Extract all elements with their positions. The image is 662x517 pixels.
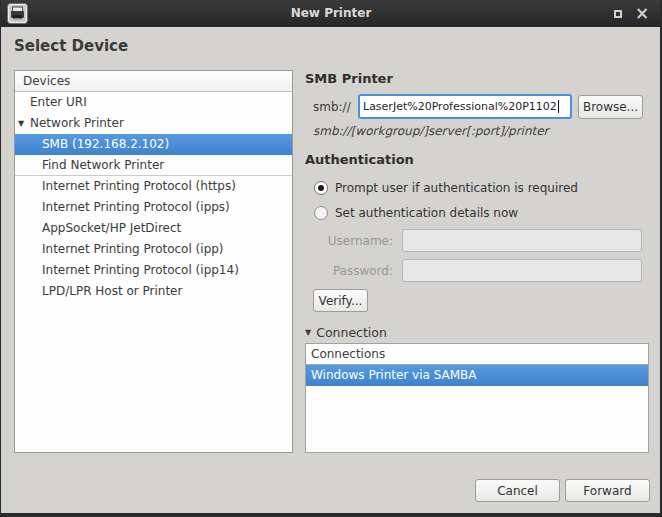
device-item-label: Internet Printing Protocol (ipps): [42, 197, 230, 218]
smb-uri-input[interactable]: LaserJet%20Professional%20P1102: [358, 94, 572, 119]
text-caret: [558, 100, 559, 113]
connections-column-header[interactable]: Connections: [306, 344, 648, 365]
device-item-ipp-ipps[interactable]: Internet Printing Protocol (ipps): [15, 197, 292, 218]
device-item-ipp14[interactable]: Internet Printing Protocol (ipp14): [15, 260, 292, 281]
radio-icon[interactable]: [314, 181, 328, 195]
device-item-label: Internet Printing Protocol (ipp14): [42, 260, 239, 281]
device-item-label: Internet Printing Protocol (ipp): [42, 239, 224, 260]
authentication-heading: Authentication: [305, 152, 414, 167]
radio-set-authentication[interactable]: Set authentication details now: [314, 205, 518, 221]
radio-label: Prompt user if authentication is require…: [335, 181, 578, 195]
connections-list: Connections Windows Printer via SAMBA: [305, 343, 649, 453]
password-input[interactable]: [402, 259, 642, 282]
password-label: Password:: [300, 264, 393, 278]
radio-prompt-authentication[interactable]: Prompt user if authentication is require…: [314, 180, 578, 196]
new-printer-dialog: New Printer × Select Device Devices Ente…: [0, 0, 662, 517]
close-icon: ×: [635, 0, 649, 27]
device-item-label: Find Network Printer: [42, 155, 164, 176]
device-item-network-printer[interactable]: ▼ Network Printer: [15, 113, 292, 134]
device-item-lpd[interactable]: LPD/LPR Host or Printer: [15, 281, 292, 302]
maximize-button[interactable]: [606, 0, 630, 27]
window-title: New Printer: [0, 0, 662, 27]
device-item-enter-uri[interactable]: Enter URI: [15, 92, 292, 113]
connection-expander[interactable]: ▼ Connection: [305, 325, 387, 340]
smb-uri-hint: smb://[workgroup/]server[:port]/printer: [313, 124, 549, 138]
device-item-label: Network Printer: [30, 113, 124, 134]
smb-printer-heading: SMB Printer: [305, 71, 393, 86]
page-title: Select Device: [14, 37, 128, 55]
device-item-label: Enter URI: [30, 92, 87, 113]
radio-icon[interactable]: [314, 206, 328, 220]
browse-button[interactable]: Browse...: [578, 95, 643, 119]
username-label: Username:: [300, 234, 393, 248]
device-item-ipp-https[interactable]: Internet Printing Protocol (https): [15, 176, 292, 197]
verify-button[interactable]: Verify...: [313, 289, 368, 312]
smb-scheme-label: smb://: [313, 100, 351, 114]
expander-down-icon: ▼: [305, 328, 311, 337]
device-item-appsocket[interactable]: AppSocket/HP JetDirect: [15, 218, 292, 239]
smb-uri-value: LaserJet%20Professional%20P1102: [363, 100, 557, 113]
connection-item-label: Windows Printer via SAMBA: [311, 365, 477, 386]
expander-down-icon[interactable]: ▼: [18, 113, 30, 134]
device-item-label: Internet Printing Protocol (https): [42, 176, 236, 197]
devices-column-header[interactable]: Devices: [15, 71, 292, 92]
device-item-find-network-printer[interactable]: Find Network Printer: [15, 155, 292, 176]
forward-button[interactable]: Forward: [565, 479, 650, 502]
maximize-icon: [614, 10, 622, 18]
device-item-label: SMB (192.168.2.102): [42, 134, 169, 155]
device-item-ipp[interactable]: Internet Printing Protocol (ipp): [15, 239, 292, 260]
radio-label: Set authentication details now: [335, 206, 518, 220]
devices-list: Devices Enter URI ▼ Network Printer SMB …: [14, 70, 293, 453]
device-item-smb[interactable]: SMB (192.168.2.102): [15, 134, 292, 155]
connection-expander-label: Connection: [316, 325, 387, 340]
device-item-label: LPD/LPR Host or Printer: [42, 281, 182, 302]
close-button[interactable]: ×: [630, 0, 654, 27]
connection-item-samba[interactable]: Windows Printer via SAMBA: [306, 365, 648, 386]
username-input[interactable]: [402, 229, 642, 252]
cancel-button[interactable]: Cancel: [475, 479, 560, 502]
titlebar[interactable]: New Printer ×: [0, 0, 662, 27]
device-item-label: AppSocket/HP JetDirect: [42, 218, 181, 239]
